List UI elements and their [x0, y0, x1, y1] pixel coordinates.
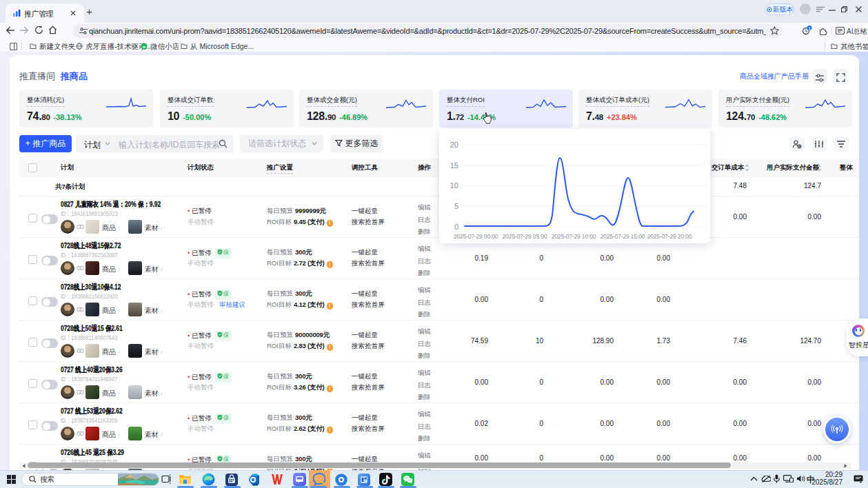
svg-text:2025-07-29 00:00: 2025-07-29 00:00 [454, 233, 498, 240]
svg-text:0: 0 [454, 223, 458, 231]
svg-text:1: 1 [808, 26, 810, 30]
svg-text:2025-07-29 20:00: 2025-07-29 20:00 [647, 233, 692, 240]
svg-text:2025-07-29 10:00: 2025-07-29 10:00 [552, 233, 596, 240]
svg-text:2025-07-29 15:00: 2025-07-29 15:00 [600, 233, 645, 240]
svg-text:5: 5 [454, 202, 458, 210]
svg-text:15: 15 [450, 161, 458, 170]
svg-text:10: 10 [450, 181, 458, 190]
svg-text:2025-07-29 05:00: 2025-07-29 05:00 [503, 233, 547, 240]
svg-text:20: 20 [450, 141, 458, 149]
